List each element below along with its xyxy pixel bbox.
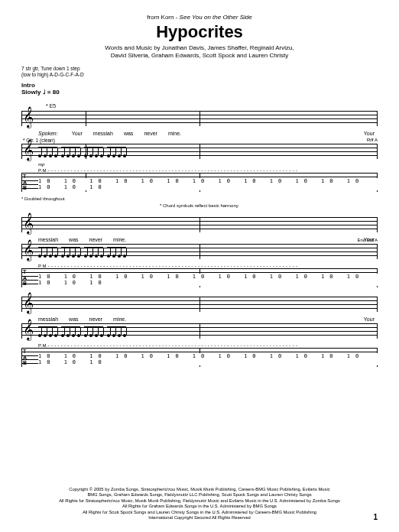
tab-numbers: 10 10 10 10 10 10 10 10 10 10 10 10 10 1… [38, 178, 378, 190]
treble-clef-icon: 𝄞 [23, 294, 34, 312]
system-2: 𝄞 messiah was never mine. Your End Riff … [21, 217, 378, 287]
from-prefix: from [147, 14, 159, 21]
spoken-label: Spoken: [38, 131, 58, 136]
system-1: 𝄞 Spoken: Your messiah was never mine. Y… [21, 111, 378, 208]
credits: Words and Music by Jonathan Davis, James… [21, 44, 378, 60]
guitar-staff: 𝄞 [21, 323, 378, 339]
tab-staff: T A B 10 10 10 10 10 10 10 10 10 10 10 1… [21, 348, 378, 367]
credits-line-1: Words and Music by Jonathan Davis, James… [21, 44, 378, 52]
credits-line-2: David Silveria, Graham Edwards, Scott Sp… [21, 52, 378, 60]
notes [38, 245, 375, 258]
lyric-row-3: messiah was never mine. Your [38, 316, 378, 322]
tab-clef: T A B [23, 174, 27, 191]
tuning-desc: 7 str gtr, Tune down 1 step [21, 66, 378, 72]
treble-clef-icon: 𝄞 [23, 141, 34, 159]
footnote-2: * Chord symbols reflect basic harmony. [21, 203, 378, 208]
guitar-staff: Riff A 𝄞 [21, 144, 378, 159]
tab-numbers: 10 10 10 10 10 10 10 10 10 10 10 10 10 1… [38, 353, 378, 365]
tab-clef: T A B [23, 269, 27, 287]
tab-staff: T A B 10 10 10 10 10 10 10 10 10 10 10 1… [21, 173, 378, 192]
tuning-block: 7 str gtr, Tune down 1 step (low to high… [21, 66, 378, 79]
treble-clef-icon: 𝄞 [23, 320, 34, 339]
notes [38, 145, 375, 157]
tempo-marking: Slowly ♩ = 80 [21, 89, 60, 96]
dynamic-marking: mp [38, 161, 378, 167]
album-name: See You on the Other Side [180, 14, 252, 21]
lyric-row-2: messiah was never mine. Your [38, 237, 378, 242]
vocal-staff: 𝄞 [21, 111, 378, 126]
tuning-notes: (low to high) A-D-G-C-F-A-D [21, 72, 378, 78]
guitar-staff: End Riff A 𝄞 [21, 244, 378, 259]
riff-label: Riff A [367, 138, 378, 142]
copyright-block: Copyright © 2005 by Zomba Songs, Stratos… [21, 487, 378, 521]
tab-numbers: 10 10 10 10 10 10 10 10 10 10 10 10 10 1… [38, 274, 378, 286]
tab-staff: T A B 10 10 10 10 10 10 10 10 10 10 10 1… [21, 268, 378, 287]
song-title: Hypocrites [21, 22, 378, 42]
section-label: Intro Slowly ♩ = 80 [21, 82, 378, 96]
footnote-1: * Doubled throughout [21, 196, 378, 201]
chord-symbol: * E5 [46, 103, 56, 109]
riff-end-label: End Riff A [357, 238, 378, 242]
lyric-row-1: Spoken: Your messiah was never mine. You… [38, 131, 378, 136]
sheet-music-page: from Korn - See You on the Other Side Hy… [0, 0, 399, 387]
treble-clef-icon: 𝄞 [23, 214, 34, 232]
treble-clef-icon: 𝄞 [23, 108, 34, 126]
vocal-staff: 𝄞 [21, 297, 378, 312]
tab-clef: T A B [23, 349, 27, 366]
notes [38, 325, 375, 337]
guitar-label: * Gtr. 1 (clean) [23, 138, 378, 143]
vocal-staff: 𝄞 [21, 217, 378, 232]
treble-clef-icon: 𝄞 [23, 241, 34, 259]
system-3: 𝄞 messiah was never mine. Your 𝄞 P.M.- -… [21, 297, 378, 367]
artist-name: Korn [161, 14, 174, 21]
page-number: 1 [373, 513, 378, 521]
source-line: from Korn - See You on the Other Side [21, 14, 378, 21]
